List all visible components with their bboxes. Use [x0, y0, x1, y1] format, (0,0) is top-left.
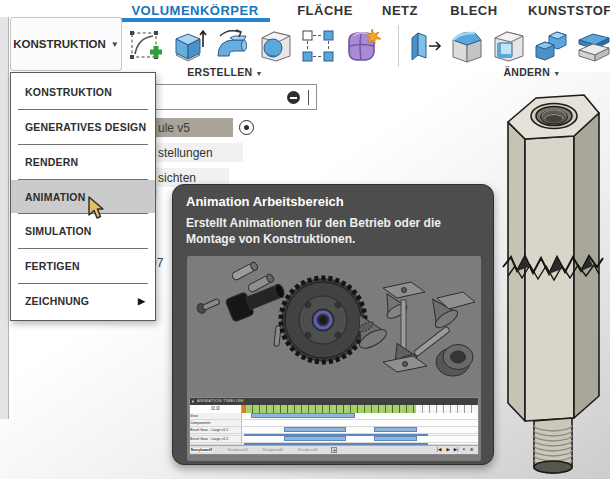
- aendern-label: ÄNDERN: [503, 66, 550, 78]
- tab-kunststoff[interactable]: KUNSTSTOFF: [528, 3, 610, 18]
- model-hex-standoff[interactable]: [495, 85, 610, 479]
- create-sketch-icon[interactable]: [126, 26, 166, 66]
- panel-edge: [0, 17, 9, 419]
- chevron-down-icon: ▼: [256, 70, 263, 77]
- create-form-icon[interactable]: [341, 26, 381, 66]
- tooltip-body: Erstellt Animationen für den Betrieb ode…: [186, 216, 478, 248]
- panel-dot-icon: [192, 400, 194, 402]
- timeline-rows: ViewComponentsBevel Gear - Large v1:1Bev…: [190, 413, 478, 445]
- gear-assembly-illustration: [187, 256, 481, 398]
- workspace-switcher-button[interactable]: KONSTRUKTION ▼: [10, 17, 122, 71]
- timeline-bar: [244, 443, 428, 445]
- menu-item-animation[interactable]: ANIMATION: [11, 180, 155, 214]
- timeline-bar: [374, 436, 416, 441]
- ruler-ticks-green: [246, 405, 416, 413]
- timeline-titlebar: ANIMATION TIMELINE: [190, 398, 478, 405]
- timeline-bar: [284, 436, 345, 441]
- group-label-aendern[interactable]: ÄNDERN ▼: [487, 66, 577, 78]
- menu-item-rendern[interactable]: RENDERN: [11, 145, 155, 179]
- timeline-bar: [251, 413, 355, 418]
- browser-item-document[interactable]: ule v5: [155, 118, 233, 137]
- timeline-ruler: 0.0: [190, 405, 478, 413]
- menu-item-simulation[interactable]: SIMULATION: [11, 214, 155, 248]
- tab-netz[interactable]: NETZ: [370, 3, 430, 18]
- storyboard-tab: Storyboard2: [227, 448, 249, 452]
- group-label-erstellen[interactable]: ERSTELLEN ▼: [175, 66, 275, 78]
- storyboard-tabs: Storyboard1Storyboard2Storyboard3Storybo…: [190, 447, 331, 453]
- browser-item-settings[interactable]: stellungen: [155, 143, 243, 162]
- animation-timeline-panel: ANIMATION TIMELINE 0.0 ViewComponentsBev…: [189, 397, 479, 455]
- timeline-row: Components: [190, 420, 478, 427]
- erstellen-label: ERSTELLEN: [187, 66, 252, 78]
- menu-item-fertigen[interactable]: FERTIGEN: [11, 249, 155, 283]
- fusion360-window: { "colors": { "accent": "#1874bc", "tab_…: [0, 0, 610, 479]
- workspace-menu: KONSTRUKTION GENERATIVES DESIGN RENDERN …: [10, 72, 156, 321]
- add-storyboard-button: +: [331, 447, 337, 453]
- press-pull-icon[interactable]: [404, 26, 444, 66]
- chevron-down-icon: ▼: [553, 70, 560, 77]
- hole-icon[interactable]: [256, 26, 296, 66]
- submenu-arrow-icon: ▶: [138, 296, 145, 306]
- timeline-row: Bevel Gear - Large v1:2: [190, 436, 478, 443]
- ruler-ticks-plain: [416, 405, 478, 413]
- browser-document-bar[interactable]: [153, 84, 317, 110]
- timeline-time-value: 0.0: [190, 405, 242, 413]
- extrude-icon[interactable]: [169, 26, 209, 66]
- fillet-icon[interactable]: [447, 26, 487, 66]
- rectangular-pattern-icon[interactable]: [298, 26, 338, 66]
- timeline-row: Bevel Gear - Large v1:1: [190, 427, 478, 434]
- menu-item-generatives-design[interactable]: GENERATIVES DESIGN: [11, 110, 155, 144]
- toolbar-divider: [398, 25, 399, 67]
- storyboard-tab: Storyboard3: [262, 448, 284, 452]
- collapse-icon[interactable]: [287, 91, 300, 104]
- tooltip-title: Animation Arbeitsbereich: [186, 194, 480, 209]
- timeline-footer: Storyboard1Storyboard2Storyboard3Storybo…: [190, 445, 478, 454]
- mouse-cursor: [86, 196, 106, 220]
- storyboard-tab: Storyboard4: [297, 448, 319, 452]
- menu-item-konstruktion[interactable]: KONSTRUKTION: [11, 75, 155, 109]
- active-tab-underline: [120, 18, 270, 22]
- menu-item-zeichnung[interactable]: ZEICHNUNG ▶: [11, 284, 155, 318]
- revolve-icon[interactable]: [212, 26, 252, 66]
- offset-face-icon[interactable]: [573, 26, 610, 66]
- timeline-bar: [284, 427, 345, 432]
- playback-controls: |◀▶▶|×⊕: [436, 446, 474, 453]
- radio-visibility-icon[interactable]: [239, 120, 254, 135]
- tab-blech[interactable]: BLECH: [443, 3, 505, 18]
- shell-icon[interactable]: [489, 26, 529, 66]
- tab-volumenkoerper[interactable]: VOLUMENKÖRPER: [120, 3, 270, 18]
- storyboard-tab: Storyboard1: [190, 448, 213, 452]
- zeichnung-label: ZEICHNUNG: [25, 295, 89, 307]
- timeline-title: ANIMATION TIMELINE: [197, 399, 244, 403]
- combine-icon[interactable]: [531, 26, 571, 66]
- workspace-preview-image: ANIMATION TIMELINE 0.0 ViewComponentsBev…: [187, 256, 481, 461]
- tab-flaeche[interactable]: FLÄCHE: [290, 3, 360, 18]
- timeline-row: View: [190, 413, 478, 420]
- workspace-tooltip: Animation Arbeitsbereich Erstellt Animat…: [172, 184, 494, 465]
- timeline-bar: [374, 427, 416, 432]
- workspace-switcher-label: KONSTRUKTION: [13, 38, 106, 50]
- chevron-down-icon: ▼: [111, 40, 119, 49]
- text-cursor: [308, 90, 310, 105]
